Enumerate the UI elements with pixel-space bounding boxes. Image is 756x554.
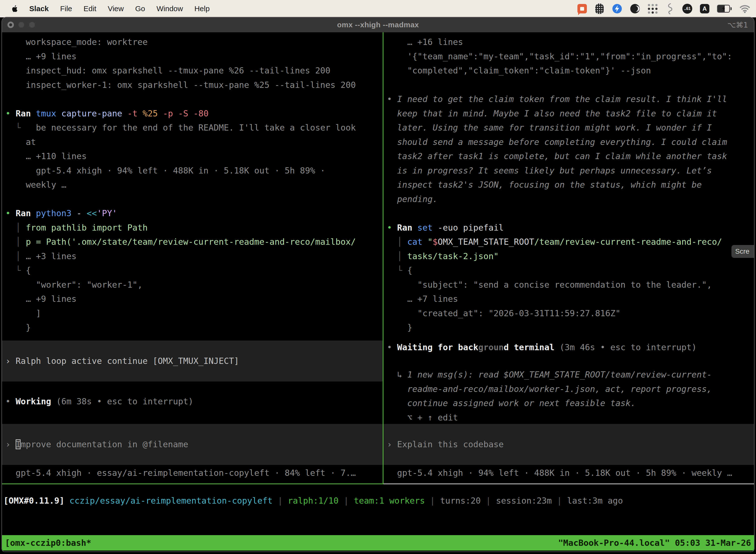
terminal-line: › Improve documentation in @filename <box>5 437 383 452</box>
menu-item-go[interactable]: Go <box>135 4 145 13</box>
close-button[interactable] <box>7 21 14 28</box>
pane-worker[interactable]: … +16 lines '{"team_name":"my-team","tas… <box>383 32 754 484</box>
terminal-line: • Ran python3 - <<'PY' <box>5 206 383 221</box>
minimize-button[interactable] <box>18 21 24 28</box>
terminal-line: ↳ 1 new msg(s): read $OMX_TEAM_STATE_ROO… <box>387 368 754 382</box>
terminal-line: │ tasks/task-2.json" <box>387 249 754 264</box>
wifi-icon[interactable] <box>739 3 751 14</box>
terminal-line: … +16 lines <box>387 35 754 49</box>
terminal-line: … +7 lines <box>387 292 754 306</box>
terminal-line: • I need to get the claim token from the… <box>387 92 754 107</box>
dots-grid-icon[interactable] <box>648 3 657 14</box>
leader-model-statusline: gpt-5.4 xhigh · essay/ai-reimplementatio… <box>5 466 383 480</box>
menu-item-view[interactable]: View <box>108 4 124 13</box>
tmux-session-label[interactable]: [omx-cczip0:bash* <box>5 538 91 548</box>
badge-61-icon[interactable]: ..61 <box>682 3 692 14</box>
terminal-line: '{"team_name":"my-team","task_id":"1","f… <box>387 49 754 64</box>
menu-items: SlackFileEditViewGoWindowHelp <box>29 4 209 13</box>
badge-61-label: ..61 <box>682 4 692 14</box>
terminal-line: › Explain this codebase <box>387 437 754 452</box>
terminal-line: • Waiting for background terminal (3m 46… <box>387 340 754 355</box>
bolt-hexagon-icon[interactable] <box>612 3 622 14</box>
terminal-line: … +9 lines <box>5 49 383 64</box>
terminal-line: │ … +3 lines <box>5 249 383 264</box>
apple-menu[interactable] <box>10 4 18 13</box>
battery-charging-icon[interactable] <box>717 3 732 14</box>
terminal-line: │ from pathlib import Path <box>5 221 383 235</box>
zoom-button[interactable] <box>29 21 35 28</box>
worker-scrollback: … +16 lines '{"team_name":"my-team","tas… <box>387 35 754 335</box>
terminal-line: • Working (6m 38s • esc to interrupt) <box>5 394 383 409</box>
terminal-line: gpt-5.4 xhigh · 94% left · 488K in · 5.1… <box>5 164 383 178</box>
chat-app-icon[interactable] <box>577 3 587 14</box>
squiggle-icon[interactable] <box>665 3 675 14</box>
terminal-line: keep that in mind. Maybe I also need the… <box>387 107 754 121</box>
terminal-line: └ be necessary for the end of the README… <box>5 121 383 135</box>
input-source-a-label: A <box>700 4 709 13</box>
terminal-line: "created_at": "2026-03-31T11:59:27.816Z" <box>387 306 754 321</box>
terminal-line: is in progress? It seems likely but perh… <box>387 164 754 178</box>
terminal-line: ⌥ + ↑ edit <box>387 410 754 425</box>
leader-working-status: • Working (6m 38s • esc to interrupt) <box>5 394 383 409</box>
menu-bar: SlackFileEditViewGoWindowHelp ..61 A <box>0 0 756 17</box>
omx-session-statusline: [OMX#0.11.9] cczip/essay/ai-reimplementa… <box>3 494 754 508</box>
tmux-host-clock: "MacBook-Pro-44.local" 05:03 31-Mar-26 <box>558 538 751 548</box>
terminal-line: } <box>387 321 754 335</box>
menu-item-file[interactable]: File <box>60 4 72 13</box>
worker-mailbox-note: ↳ 1 new msg(s): read $OMX_TEAM_STATE_ROO… <box>387 368 754 425</box>
terminal-line: weekly … <box>5 178 383 192</box>
terminal-line <box>387 206 754 221</box>
terminal-line <box>5 92 383 107</box>
terminal-line: workspace_mode: worktree <box>5 35 383 49</box>
terminal-line: at <box>5 135 383 150</box>
apple-icon <box>10 4 18 13</box>
terminal-line: gpt-5.4 xhigh · 94% left · 488K in · 5.1… <box>387 466 754 480</box>
terminal-window: omx --xhigh --madmax ⌥⌘1 workspace_mode:… <box>2 17 754 552</box>
terminal-content: workspace_mode: worktree … +9 lines insp… <box>2 32 754 552</box>
terminal-line: inspect task2's JSON, focusing on the st… <box>387 178 754 192</box>
inactive-pane-border <box>383 484 754 484</box>
terminal-line: should send a message before completing … <box>387 135 754 150</box>
menu-item-edit[interactable]: Edit <box>83 4 97 13</box>
privacy-shield-icon[interactable] <box>594 3 605 14</box>
input-source-a-icon[interactable]: A <box>700 3 710 14</box>
terminal-line: └ { <box>387 263 754 278</box>
terminal-line: "completed","claim_token":"claim-token"}… <box>387 63 754 78</box>
terminal-line: • Ran tmux capture-pane -t %25 -p -S -80 <box>5 107 383 121</box>
menu-item-help[interactable]: Help <box>194 4 210 13</box>
worker-model-statusline: gpt-5.4 xhigh · 94% left · 488K in · 5.1… <box>387 466 754 480</box>
terminal-line: "subject": "send a concise recommendatio… <box>387 278 754 292</box>
terminal-line: • Ran set -euo pipefail <box>387 221 754 235</box>
window-titlebar[interactable]: omx --xhigh --madmax ⌥⌘1 <box>2 17 754 32</box>
terminal-line: ] <box>5 306 383 321</box>
menu-item-slack[interactable]: Slack <box>29 4 49 13</box>
terminal-line: readme-and-reco/mailbox/worker-1.json, a… <box>387 382 754 396</box>
menu-item-window[interactable]: Window <box>156 4 183 13</box>
moon-contrast-icon[interactable] <box>630 3 640 14</box>
terminal-line <box>5 192 383 207</box>
terminal-line: └ { <box>5 263 383 278</box>
menubar-status-icons: ..61 A <box>577 3 751 14</box>
terminal-line: } <box>5 321 383 335</box>
leader-inject-banner: › Ralph loop active continue [OMX_TMUX_I… <box>2 340 383 382</box>
leader-prompt-input[interactable]: › Improve documentation in @filename <box>2 424 383 465</box>
terminal-line: task2 after task1 is complete, but can I… <box>387 149 754 164</box>
tmux-status-bar: [omx-cczip0:bash* "MacBook-Pro-44.local"… <box>2 535 754 551</box>
pane-leader[interactable]: workspace_mode: worktree … +9 lines insp… <box>2 32 383 484</box>
terminal-line: … +9 lines <box>5 292 383 306</box>
terminal-line: pending. <box>387 192 754 207</box>
terminal-line: … +110 lines <box>5 149 383 164</box>
terminal-line: [OMX#0.11.9] cczip/essay/ai-reimplementa… <box>3 494 754 508</box>
terminal-line: › Ralph loop active continue [OMX_TMUX_I… <box>5 354 383 368</box>
window-title: omx --xhigh --madmax <box>337 20 419 29</box>
terminal-line: gpt-5.4 xhigh · essay/ai-reimplementatio… <box>5 466 383 480</box>
active-pane-border <box>2 484 383 484</box>
terminal-line: continue assigned work or next feasible … <box>387 396 754 410</box>
leader-scrollback: workspace_mode: worktree … +9 lines insp… <box>5 35 383 335</box>
terminal-line: later. Using the same for transition mig… <box>387 121 754 135</box>
terminal-line: │ cat "$OMX_TEAM_STATE_ROOT/team/review-… <box>387 235 754 249</box>
window-shortcut-badge: ⌥⌘1 <box>727 20 748 29</box>
worker-prompt-input[interactable]: › Explain this codebase <box>383 424 754 465</box>
terminal-line: inspect_worker-1: omx sparkshell --tmux-… <box>5 78 383 92</box>
terminal-line: inspect_hud: omx sparkshell --tmux-pane … <box>5 63 383 78</box>
